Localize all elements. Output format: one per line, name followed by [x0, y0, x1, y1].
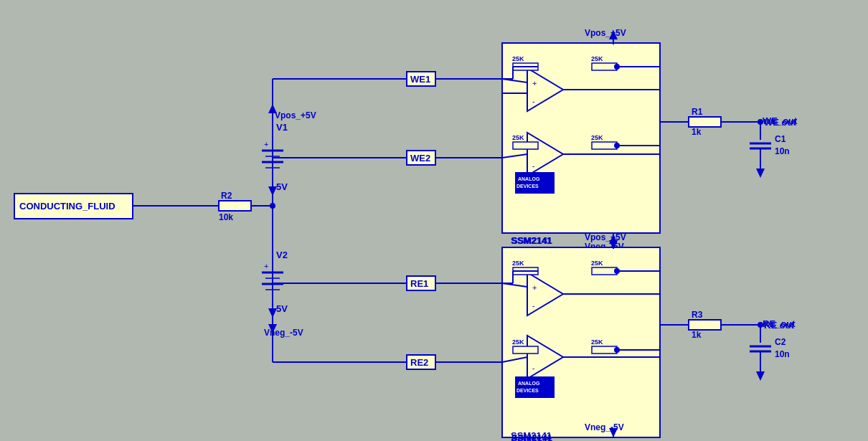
svg-point-155 [614, 268, 620, 274]
svg-text:CONDUCTING_FLUID: CONDUCTING_FLUID [19, 201, 115, 212]
svg-rect-49 [592, 63, 617, 70]
svg-text:R2: R2 [221, 191, 232, 201]
svg-rect-135 [689, 320, 721, 330]
svg-text:V2: V2 [276, 250, 288, 260]
svg-text:V1: V1 [276, 122, 288, 133]
svg-text:-: - [532, 302, 534, 310]
svg-text:-: - [532, 98, 534, 105]
svg-text:-: - [532, 364, 534, 372]
svg-text:Vpos_+5V: Vpos_+5V [585, 28, 626, 38]
svg-text:25K: 25K [591, 260, 603, 267]
svg-rect-108 [513, 346, 538, 354]
svg-text:1k: 1k [692, 330, 702, 340]
svg-text:10n: 10n [775, 349, 790, 359]
svg-text:10n: 10n [775, 146, 790, 156]
svg-rect-106 [592, 267, 617, 275]
svg-rect-53 [592, 142, 617, 149]
svg-text:DEVICES: DEVICES [516, 184, 539, 189]
svg-rect-51 [513, 142, 538, 149]
svg-text:WE1: WE1 [410, 74, 430, 85]
svg-text:10k: 10k [219, 212, 233, 222]
svg-text:25K: 25K [591, 55, 603, 62]
ssm2141-top-label: SSM2141 [511, 235, 552, 246]
svg-text:Vpos_+5V: Vpos_+5V [585, 232, 626, 242]
svg-rect-78 [689, 117, 721, 127]
svg-text:Vneg_-5V: Vneg_-5V [264, 328, 303, 338]
we-out-label: WE_out [763, 115, 797, 126]
svg-text:25K: 25K [512, 134, 524, 141]
svg-text:ANALOG: ANALOG [518, 176, 540, 181]
re-out-label: RE_out [763, 318, 796, 329]
svg-rect-110 [592, 346, 617, 354]
svg-text:+: + [532, 79, 537, 87]
svg-text:+: + [532, 283, 537, 292]
svg-text:RE1: RE1 [410, 278, 428, 289]
svg-text:RE2: RE2 [410, 357, 428, 368]
svg-text:25K: 25K [512, 338, 524, 346]
svg-point-150 [614, 64, 620, 70]
svg-rect-4 [219, 201, 251, 211]
svg-text:C1: C1 [775, 134, 786, 144]
svg-text:R1: R1 [692, 107, 703, 117]
svg-text:25K: 25K [591, 338, 603, 346]
svg-text:25K: 25K [591, 134, 603, 141]
svg-text:Vneg_-5V: Vneg_-5V [585, 422, 624, 432]
svg-rect-35 [502, 43, 660, 233]
svg-text:+: + [264, 140, 268, 148]
svg-rect-0 [0, 0, 868, 441]
svg-text:R3: R3 [692, 310, 703, 320]
ssm2141-bot-label: SSM2141 [511, 432, 552, 441]
svg-text:25K: 25K [512, 55, 524, 62]
svg-text:5V: 5V [276, 181, 288, 192]
svg-text:C2: C2 [775, 337, 786, 347]
svg-rect-91 [502, 247, 660, 437]
svg-text:-: - [532, 162, 534, 170]
svg-text:ANALOG: ANALOG [518, 381, 540, 386]
svg-text:25K: 25K [512, 260, 524, 267]
svg-text:DEVICES: DEVICES [516, 388, 539, 393]
svg-text:5V: 5V [276, 303, 288, 314]
svg-text:1k: 1k [692, 127, 702, 137]
svg-text:WE2: WE2 [410, 153, 430, 163]
svg-text:Vpos_+5V: Vpos_+5V [275, 110, 316, 120]
svg-text:+: + [264, 262, 268, 270]
